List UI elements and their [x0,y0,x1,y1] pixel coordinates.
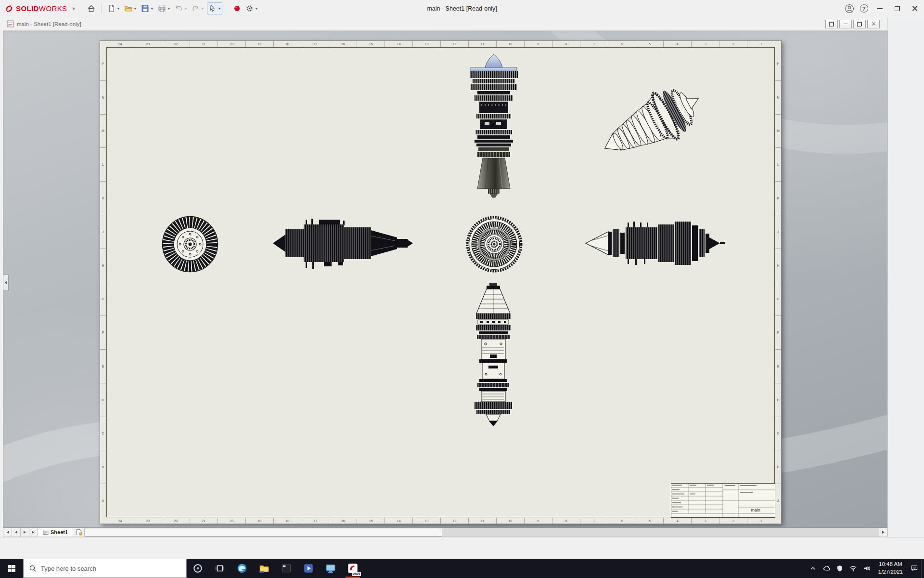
zone-cell: E [775,349,781,383]
left-triangle-glyph [7,531,9,534]
action-center-button[interactable] [908,559,921,578]
restore-button[interactable] [888,0,906,17]
right-triangle-glyph [24,531,26,534]
edge-browser-button[interactable] [231,559,253,578]
file-explorer-button[interactable] [253,559,275,578]
network-tray-button[interactable] [847,559,860,578]
sheet-zone-numbers-bottom: 242322212019181716151413121110987654321 [106,518,775,524]
volume-tray-button[interactable] [860,559,873,578]
drawing-view-back[interactable] [161,215,219,273]
wifi-icon [849,565,857,572]
user-account-button[interactable] [842,1,857,16]
zone-cell: 15 [357,518,385,524]
console-app-button[interactable] [275,559,297,578]
horizontal-scrollbar-thumb[interactable] [85,528,442,537]
zone-cell: G [100,282,106,315]
cortana-button[interactable] [187,559,209,578]
drawing-view-left[interactable] [271,212,413,275]
monitor-app-button[interactable] [320,559,342,578]
right-triangle-glyph [882,531,885,534]
graphics-viewport[interactable]: 242322212019181716151413121110987654321 … [3,31,887,528]
collapse-arrow-icon [5,281,7,285]
doc-close-button[interactable] [867,20,880,28]
add-sheet-icon [76,529,82,536]
status-bar [0,537,924,559]
tab-sheet1[interactable]: Sheet1 [38,528,73,537]
minimize-button[interactable] [871,0,888,17]
3dexperience-button[interactable] [231,2,243,14]
taskbar-clock[interactable]: 10:48 AM 1/27/2021 [873,559,908,578]
dropdown-arrow[interactable] [201,8,204,10]
dropdown-arrow[interactable] [255,8,258,10]
monitor-app-icon [325,563,336,574]
action-center-icon [911,565,918,572]
doc-restore-button[interactable] [853,20,866,28]
solidworks-taskbar-button[interactable]: 2021 [342,559,364,578]
dropdown-arrow[interactable] [184,8,187,10]
sheet-zone-letters-left: PNMLKJHGFEDCBA [100,47,106,517]
show-desktop-button[interactable] [921,559,924,578]
dropdown-arrow[interactable] [167,8,170,10]
zone-cell: D [775,383,781,417]
hidden-icons-button[interactable] [806,559,820,578]
taskbar-search-box[interactable] [23,559,187,578]
close-button[interactable] [906,0,923,17]
dropdown-arrow[interactable] [117,8,120,10]
brand-expand-caret[interactable] [73,7,75,11]
collapsed-task-pane[interactable] [887,17,924,537]
next-sheet-button[interactable] [21,528,29,537]
zone-cell: K [100,181,106,215]
home-button[interactable] [86,2,97,14]
new-document-button[interactable] [106,2,121,14]
drawing-view-front[interactable] [465,215,523,273]
zone-cell: C [100,417,106,450]
drawing-view-top[interactable] [463,53,524,198]
options-button[interactable] [244,2,259,14]
drawing-view-right[interactable] [583,213,726,274]
media-player-button[interactable] [297,559,320,578]
previous-sheet-button[interactable] [12,528,21,537]
taskbar-search-input[interactable] [41,565,181,572]
feature-manager-collapse-tab[interactable] [3,275,9,291]
first-sheet-button[interactable] [3,528,12,537]
sheet-zone-letters-right: PNMLKJHGFEDCBA [775,47,781,517]
scroll-right-button[interactable] [879,528,887,537]
close-icon [872,22,876,26]
select-tool-button[interactable] [207,2,222,14]
help-button[interactable]: ? [857,1,871,16]
dropdown-arrow[interactable] [151,8,154,10]
security-tray-button[interactable] [833,559,847,578]
dropdown-arrow[interactable] [218,8,221,10]
redo-button[interactable] [190,2,205,14]
zone-cell: 3 [691,518,719,524]
file-explorer-icon [259,563,270,574]
start-button[interactable] [0,559,23,578]
print-button[interactable] [156,2,172,14]
horizontal-scrollbar[interactable] [85,528,879,537]
add-sheet-button[interactable] [73,528,85,537]
open-button[interactable] [123,2,138,14]
doc-minimize-button[interactable] [839,20,852,28]
task-view-button[interactable] [209,559,231,578]
open-folder-icon [124,4,132,13]
clock-date: 1/27/2021 [878,568,903,576]
title-block[interactable]: main [671,483,775,518]
undo-button[interactable] [173,2,189,14]
zone-cell: H [100,249,106,282]
sheet-icon [43,529,49,535]
drawing-view-bottom[interactable] [465,283,522,427]
save-button[interactable] [140,2,155,14]
zone-cell: B [775,450,781,484]
dropdown-arrow[interactable] [134,8,137,10]
engine-top-view-graphic [463,53,524,198]
drawing-sheet[interactable]: 242322212019181716151413121110987654321 … [100,40,782,524]
shield-icon [836,565,844,572]
volume-icon [863,565,871,572]
onedrive-tray-button[interactable] [820,559,833,578]
doc-cascade-button[interactable] [825,20,838,28]
undo-icon [175,4,183,13]
system-tray: 10:48 AM 1/27/2021 [806,559,924,578]
last-sheet-button[interactable] [29,528,38,537]
zone-cell: 5 [636,518,664,524]
drawing-view-isometric[interactable] [596,76,715,167]
